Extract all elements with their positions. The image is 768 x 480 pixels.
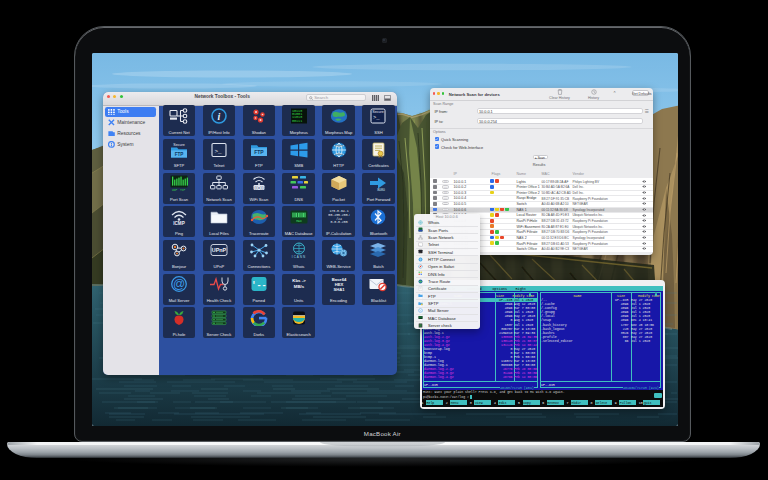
svg-text:MB/s: MB/s [293,284,304,289]
svg-text:UPnP: UPnP [212,248,227,254]
svg-text:>_: >_ [373,114,380,121]
svg-text:00111: 00111 [292,119,302,123]
svg-text:Secure: Secure [173,142,184,146]
svg-text:'--: '-- [251,281,266,291]
svg-text:ICMP: ICMP [173,221,184,225]
svg-text:@: @ [173,277,185,291]
svg-text:UDP: UDP [172,189,178,191]
svg-text:Kbs ->: Kbs -> [292,278,306,283]
svg-text:FTP: FTP [254,149,264,155]
svg-text:ICANN: ICANN [292,255,306,259]
svg-text:((o)): ((o)) [254,186,264,190]
svg-text:MAC: MAC [296,220,302,223]
svg-text:0.0.0.255: 0.0.0.255 [330,220,347,224]
svg-text:FTP: FTP [175,152,184,157]
svg-text:8080: 8080 [378,188,386,192]
svg-text:TCP: TCP [180,189,186,191]
svg-text:SHA1: SHA1 [333,287,345,292]
svg-text:i: i [217,110,220,121]
svg-text:>_: >_ [214,148,222,155]
